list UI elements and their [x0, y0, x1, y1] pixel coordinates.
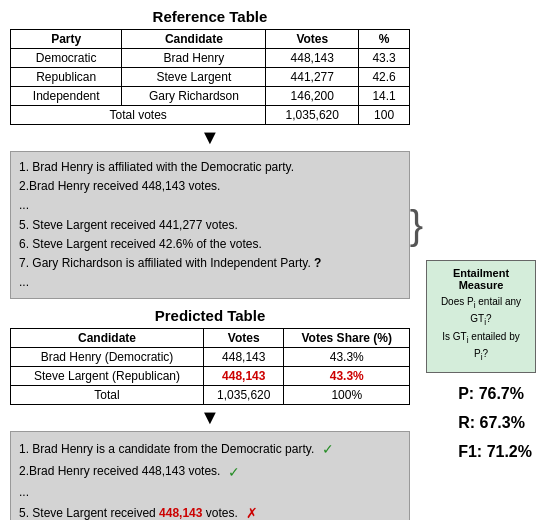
ref-inference-6: 6. Steve Largent received 42.6% of the v… — [19, 235, 401, 254]
ref-header-candidate: Candidate — [122, 30, 266, 49]
ref-inference-dots-1: ... — [19, 196, 401, 215]
pred-inference-5: 5. Steve Largent received 448,143 votes.… — [19, 502, 401, 520]
table-row: Steve Largent (Republican) 448,143 43.3% — [11, 367, 410, 386]
precision-value: 76.7% — [479, 385, 524, 402]
recall-value: 67.3% — [480, 414, 525, 431]
ref-inference-dots-2: ... — [19, 273, 401, 292]
ref-inference-7: 7. Gary Richardson is affiliated with In… — [19, 254, 401, 273]
table-row: Republican Steve Largent 441,277 42.6 — [11, 68, 410, 87]
entailment-question2: Is GTi entailed by Pi? — [435, 330, 527, 363]
ref-inference-2: 2.Brad Henry received 448,143 votes. — [19, 177, 401, 196]
f1-label: F1: — [458, 443, 482, 460]
ref-header-percent: % — [359, 30, 410, 49]
entailment-question1: Does Pi entail any GTi? — [435, 295, 527, 328]
table-row: Independent Gary Richardson 146,200 14.1 — [11, 87, 410, 106]
predicted-table: Candidate Votes Votes Share (%) Brad Hen… — [10, 328, 410, 405]
table-row: Democratic Brad Henry 448,143 43.3 — [11, 49, 410, 68]
reference-table: Party Candidate Votes % Democratic Brad … — [10, 29, 410, 125]
recall-label: R: — [458, 414, 475, 431]
checkmark-1: ✓ — [322, 438, 334, 460]
precision-metric: P: 76.7% — [458, 380, 532, 409]
f1-value: 71.2% — [487, 443, 532, 460]
down-arrow-pred: ▼ — [10, 407, 410, 427]
reference-inference-box: 1. Brad Henry is affiliated with the Dem… — [10, 151, 410, 299]
ref-inference-1: 1. Brad Henry is affiliated with the Dem… — [19, 158, 401, 177]
f1-metric: F1: 71.2% — [458, 438, 532, 467]
ref-header-votes: Votes — [266, 30, 359, 49]
pred-header-voteshare: Votes Share (%) — [284, 329, 410, 348]
crossmark-1: ✗ — [246, 502, 258, 520]
table-row: Total 1,035,620 100% — [11, 386, 410, 405]
bracket-icon: } — [410, 152, 423, 298]
predicted-inference-box: 1. Brad Henry is a candidate from the De… — [10, 431, 410, 520]
precision-label: P: — [458, 385, 474, 402]
table-row: Brad Henry (Democratic) 448,143 43.3% — [11, 348, 410, 367]
pred-inference-dots-1: ... — [19, 483, 401, 502]
checkmark-2: ✓ — [228, 461, 240, 483]
entailment-box: Entailment Measure Does Pi entail any GT… — [426, 260, 536, 373]
recall-metric: R: 67.3% — [458, 409, 532, 438]
down-arrow-ref: ▼ — [10, 127, 410, 147]
pred-inference-1: 1. Brad Henry is a candidate from the De… — [19, 438, 401, 460]
entailment-title: Entailment Measure — [435, 267, 527, 291]
predicted-section: Predicted Table Candidate Votes Votes Sh… — [10, 307, 410, 520]
pred-inference-2: 2.Brad Henry received 448,143 votes. ✓ — [19, 461, 401, 483]
ref-inference-5: 5. Steve Largent received 441,277 votes. — [19, 216, 401, 235]
metrics-panel: P: 76.7% R: 67.3% F1: 71.2% — [458, 380, 532, 466]
reference-table-title: Reference Table — [10, 8, 410, 25]
pred-header-votes: Votes — [203, 329, 284, 348]
pred-header-candidate: Candidate — [11, 329, 204, 348]
ref-header-party: Party — [11, 30, 122, 49]
predicted-table-title: Predicted Table — [10, 307, 410, 324]
table-total-row: Total votes 1,035,620 100 — [11, 106, 410, 125]
